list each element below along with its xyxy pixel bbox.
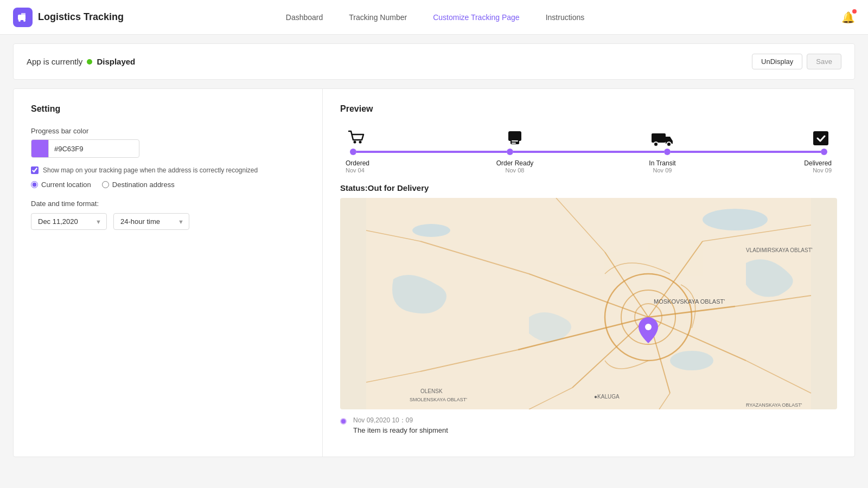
progress-dots-line (340, 149, 837, 155)
destination-address-radio[interactable] (102, 181, 109, 188)
svg-text:VLADIMIRSKAYA OBLAST': VLADIMIRSKAYA OBLAST' (746, 247, 813, 253)
settings-title: Setting (31, 104, 305, 114)
tracker-labels: Ordered Nov 04 Order Ready Nov 08 In Tra… (340, 159, 837, 174)
timeline-content: Nov 09,2020 10：09 The item is ready for … (353, 416, 448, 434)
destination-address-option[interactable]: Destination address (102, 181, 175, 189)
timeline-time: Nov 09,2020 10：09 (353, 416, 448, 425)
status-value: Displayed (97, 57, 135, 66)
header-right: 🔔 (746, 11, 855, 24)
label-ready-name: Order Ready (496, 159, 534, 167)
timeline-dot (340, 418, 347, 425)
current-location-option[interactable]: Current location (31, 181, 91, 189)
nav-instructions[interactable]: Instructions (546, 11, 585, 24)
svg-text:OLENSK: OLENSK (420, 388, 443, 394)
svg-point-2 (18, 20, 21, 22)
svg-point-17 (670, 351, 713, 370)
svg-point-5 (359, 141, 362, 144)
save-button[interactable]: Save (807, 54, 841, 69)
tracker-icons (340, 127, 837, 149)
progress-color-field: Progress bar color (31, 127, 305, 158)
main-nav: Dashboard Tracking Number Customize Trac… (124, 11, 746, 24)
status-dot (87, 59, 92, 65)
datetime-row: Dec 11,2020 ▼ 24-hour time ▼ (31, 213, 305, 230)
logo-area: Logistics Tracking (13, 8, 124, 27)
line-3 (671, 151, 821, 153)
label-transit-name: In Transit (649, 159, 675, 167)
status-heading: Status:Out for Delivery (340, 183, 429, 192)
color-text-input[interactable] (49, 145, 139, 153)
time-format-wrapper: 24-hour time ▼ (113, 213, 189, 230)
label-ordered-date: Nov 04 (346, 167, 365, 174)
dot-4 (821, 149, 827, 155)
nav-dashboard[interactable]: Dashboard (286, 11, 323, 24)
svg-point-46 (645, 324, 652, 330)
dot-2 (507, 149, 513, 155)
svg-point-3 (23, 20, 25, 22)
label-ordered-name: Ordered (346, 159, 369, 167)
map-svg: MOSKOVSKAYA OBLAST' VLADIMIRSKAYA OBLAST… (340, 198, 837, 409)
svg-rect-8 (512, 140, 518, 142)
svg-rect-10 (652, 133, 666, 143)
settings-panel: Setting Progress bar color Show map on y… (14, 89, 323, 457)
step-icon-ready (493, 127, 537, 149)
nav-customize[interactable]: Customize Tracking Page (433, 11, 520, 24)
svg-text:●KALUGA: ●KALUGA (594, 394, 620, 400)
progress-color-label: Progress bar color (31, 127, 305, 135)
svg-rect-9 (512, 143, 516, 144)
svg-text:SMOLENSKAYA OBLAST': SMOLENSKAYA OBLAST' (410, 397, 467, 402)
svg-rect-13 (813, 131, 828, 145)
timeline-dot-wrapper (340, 416, 347, 425)
label-ready-date: Nov 08 (506, 167, 525, 174)
svg-text:MOSKOVSKAYA OBLAST': MOSKOVSKAYA OBLAST' (654, 298, 725, 305)
main-content: Setting Progress bar color Show map on y… (13, 88, 855, 457)
truck-icon (650, 127, 675, 149)
line-1 (356, 151, 507, 153)
label-ordered: Ordered Nov 04 (346, 159, 389, 174)
svg-text:RYAZANSKAYA OBLAST': RYAZANSKAYA OBLAST' (746, 402, 802, 408)
preview-title: Preview (340, 104, 837, 114)
date-format-select[interactable]: Dec 11,2020 (31, 213, 107, 230)
color-input-wrapper[interactable] (31, 139, 139, 158)
label-transit: In Transit Nov 09 (641, 159, 684, 174)
status-prefix: App is currently (27, 57, 82, 66)
dot-3 (664, 149, 671, 155)
color-swatch (31, 140, 49, 157)
destination-address-label: Destination address (112, 181, 175, 189)
preview-panel: Preview (323, 89, 854, 457)
map-container: MOSKOVSKAYA OBLAST' VLADIMIRSKAYA OBLAST… (340, 198, 837, 409)
label-ready: Order Ready Nov 08 (493, 159, 537, 174)
datetime-label: Date and time format: (31, 200, 305, 208)
label-delivered-date: Nov 09 (813, 167, 832, 174)
undisplay-button[interactable]: UnDisplay (752, 54, 802, 69)
timeline-message: The item is ready for shipment (353, 426, 448, 434)
timeline-entry: Nov 09,2020 10：09 The item is ready for … (340, 416, 837, 434)
step-icon-transit (641, 127, 684, 149)
line-2 (513, 151, 663, 153)
svg-point-12 (667, 142, 671, 146)
svg-rect-1 (21, 13, 25, 17)
show-map-checkbox[interactable] (31, 166, 39, 174)
app-title: Logistics Tracking (38, 11, 124, 23)
package-icon (810, 127, 832, 149)
dot-1 (350, 149, 356, 155)
step-icon-ordered (346, 127, 389, 149)
svg-point-11 (654, 142, 658, 146)
label-delivered-name: Delivered (804, 159, 832, 167)
notification-badge (852, 9, 857, 14)
location-radio-row: Current location Destination address (31, 181, 305, 189)
current-location-label: Current location (41, 181, 91, 189)
box-icon (504, 127, 526, 149)
status-bar: App is currently Displayed UnDisplay Sav… (13, 43, 855, 80)
status-left: App is currently Displayed (27, 57, 135, 66)
label-delivered: Delivered Nov 09 (788, 159, 832, 174)
svg-point-15 (703, 209, 768, 230)
step-icon-delivered (788, 127, 832, 149)
time-format-select[interactable]: 24-hour time (113, 213, 189, 230)
header: Logistics Tracking Dashboard Tracking Nu… (0, 0, 868, 35)
show-map-label: Show map on your tracking page when the … (43, 166, 258, 174)
notifications-button[interactable]: 🔔 (841, 11, 855, 24)
nav-tracking-number[interactable]: Tracking Number (349, 11, 407, 24)
status-actions: UnDisplay Save (752, 54, 841, 69)
current-location-radio[interactable] (31, 181, 38, 188)
status-heading-row: Status:Out for Delivery (340, 183, 837, 192)
